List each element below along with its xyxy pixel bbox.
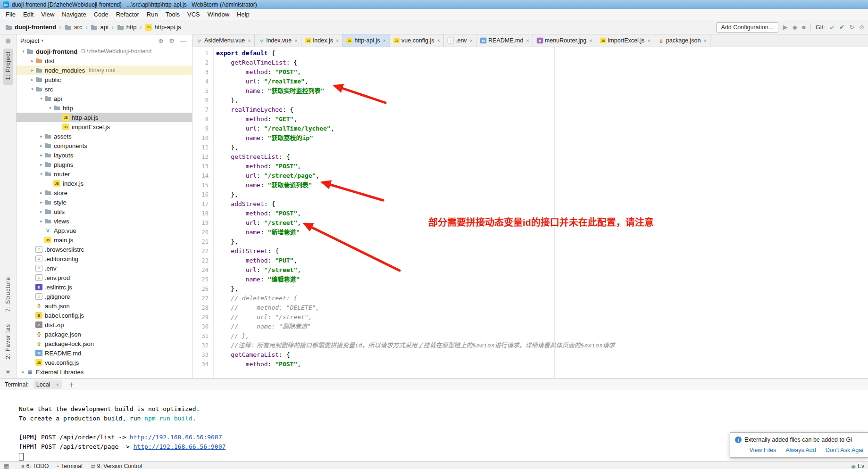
tree-item-env[interactable]: .env [17, 263, 192, 273]
project-panel-title[interactable]: Project [20, 37, 39, 44]
tree-item-plugins[interactable]: ▸plugins [17, 160, 192, 169]
menu-item-refactor[interactable]: Refactor [112, 10, 143, 19]
chevron-icon[interactable]: ▸ [38, 200, 44, 205]
chevron-icon[interactable]: ▾ [20, 49, 26, 54]
tree-item-vue-config-js[interactable]: vue.config.js [17, 358, 192, 367]
tab-package-json[interactable]: package.json× [654, 34, 710, 47]
tool-button-structure[interactable]: 7: Structure [3, 274, 13, 316]
tab-env[interactable]: .env× [444, 34, 476, 47]
tab-http-api-js[interactable]: http-api.js× [342, 34, 390, 47]
tab-vue-config-js[interactable]: vue.config.js× [390, 34, 444, 47]
tab-index-vue[interactable]: index.vue× [255, 34, 301, 47]
run-icon[interactable]: ▶ [783, 24, 788, 31]
menu-item-edit[interactable]: Edit [19, 10, 37, 19]
tree-item-src[interactable]: ▾src [17, 84, 192, 94]
git-commit-icon[interactable]: ✔ [839, 24, 844, 31]
tree-item-store[interactable]: ▸store [17, 188, 192, 197]
terminal-link[interactable]: http://192.168.66.56:9007 [134, 443, 226, 450]
breadcrumb-item-api[interactable]: api [89, 23, 109, 31]
menu-item-window[interactable]: Window [204, 10, 233, 19]
menu-item-view[interactable]: View [37, 10, 58, 19]
tree-item-gitignore[interactable]: .gitignore [17, 292, 192, 301]
tree-item-duoji-frontend[interactable]: ▾duoji-frontendD:\zheheWeb\duoji-fronten… [17, 47, 192, 56]
notification-action-always-add[interactable]: Always Add [785, 447, 816, 453]
chevron-icon[interactable]: ▾ [38, 96, 44, 101]
chevron-icon[interactable]: ▸ [29, 58, 35, 63]
close-icon[interactable]: × [56, 382, 59, 387]
tab-menurouter-jpg[interactable]: menuRouter.jpg× [533, 34, 596, 47]
terminal-tab-local[interactable]: Local × [33, 380, 62, 389]
new-terminal-icon[interactable]: ＋ [67, 380, 76, 389]
add-configuration-button[interactable]: Add Configuration... [716, 22, 779, 33]
tree-item-style[interactable]: ▸style [17, 197, 192, 207]
tab-asidemenu-vue[interactable]: AsideMenu.vue× [192, 34, 255, 47]
tree-item-index-js[interactable]: index.js [17, 179, 192, 188]
menu-item-code[interactable]: Code [90, 10, 112, 19]
close-icon[interactable]: × [703, 38, 706, 43]
menu-item-file[interactable]: File [2, 10, 19, 19]
code-editor[interactable]: 1export default {2 getRealTimeList: {3 m… [192, 47, 868, 378]
chevron-icon[interactable]: ▸ [20, 370, 26, 374]
terminal-link[interactable]: http://192.168.66.56:9007 [130, 434, 222, 441]
gear-icon[interactable]: ⚙ [167, 37, 176, 44]
breadcrumb-item-http-api-js[interactable]: http-api.js [143, 23, 182, 31]
tree-item-eslintrc-js[interactable]: .eslintrc.js [17, 282, 192, 292]
tab-readme-md[interactable]: README.md× [476, 34, 533, 47]
git-history-icon[interactable]: ⊘ [859, 24, 864, 31]
close-icon[interactable]: × [589, 38, 592, 43]
close-icon[interactable]: × [383, 38, 386, 43]
chevron-icon[interactable]: ▾ [29, 87, 35, 91]
tab-importexcel-js[interactable]: importExcel.js× [596, 34, 654, 47]
git-rollback-icon[interactable]: ↻ [849, 24, 854, 31]
tree-item-dist-zip[interactable]: dist.zip [17, 320, 192, 329]
tree-item-http[interactable]: ▾http [17, 103, 192, 113]
notification-action-view-files[interactable]: View Files [749, 447, 776, 453]
close-icon[interactable]: × [526, 38, 529, 43]
tree-item-readme-md[interactable]: README.md [17, 348, 192, 358]
star-icon[interactable]: ★ [6, 369, 11, 375]
chevron-icon[interactable]: ▾ [47, 106, 53, 110]
tree-item-dist[interactable]: ▸dist [17, 56, 192, 66]
close-icon[interactable]: × [336, 38, 339, 43]
close-icon[interactable]: × [294, 38, 297, 43]
tree-item-env-prod[interactable]: .env.prod [17, 273, 192, 282]
git-update-icon[interactable]: ↙ [829, 24, 835, 31]
tree-item-assets[interactable]: ▸assets [17, 132, 192, 141]
chevron-icon[interactable]: ▾ [38, 172, 44, 176]
tree-item-http-api-js[interactable]: http-api.js [17, 113, 192, 122]
close-icon[interactable]: × [248, 38, 250, 43]
breadcrumb-item-src[interactable]: src [63, 23, 83, 31]
tree-item-auth-json[interactable]: auth.json [17, 301, 192, 311]
chevron-icon[interactable]: ▸ [29, 77, 35, 82]
menu-item-tools[interactable]: Tools [162, 10, 184, 19]
menu-item-navigate[interactable]: Navigate [58, 10, 90, 19]
debug-icon[interactable]: ◆ [793, 24, 797, 31]
tree-item-node-modules[interactable]: ▸node_moduleslibrary root [17, 66, 192, 75]
tree-item-utils[interactable]: ▸utils [17, 207, 192, 216]
menu-item-help[interactable]: Help [233, 10, 253, 19]
tree-item-external-libraries[interactable]: ▸External Libraries [17, 367, 192, 377]
tree-item-babel-config-js[interactable]: babel.config.js [17, 311, 192, 320]
status-item-terminal[interactable]: ▪Terminal [57, 463, 82, 469]
chevron-icon[interactable]: ▸ [29, 68, 35, 73]
tree-item-public[interactable]: ▸public [17, 75, 192, 84]
hide-panel-icon[interactable]: — [178, 37, 188, 44]
notification-action-don-t-ask-agai[interactable]: Don't Ask Agai [826, 447, 863, 453]
tool-button-favorites[interactable]: 2: Favorites [3, 321, 13, 364]
tool-button-project[interactable]: 1: Project [3, 49, 13, 85]
locate-file-icon[interactable]: ⊕ [156, 37, 165, 44]
menu-item-run[interactable]: Run [143, 10, 162, 19]
tab-index-js[interactable]: index.js× [301, 34, 343, 47]
tree-item-views[interactable]: ▸views [17, 216, 192, 226]
tree-item-layouts[interactable]: ▸layouts [17, 150, 192, 160]
tree-item-app-vue[interactable]: App.vue [17, 226, 192, 235]
tree-item-api[interactable]: ▾api [17, 94, 192, 103]
chevron-icon[interactable]: ▸ [38, 209, 44, 214]
chevron-icon[interactable]: ▸ [38, 143, 44, 148]
status-item-9-version-control[interactable]: ⇄9: Version Control [91, 463, 142, 469]
chevron-icon[interactable]: ▸ [38, 162, 44, 167]
chevron-icon[interactable]: ▸ [38, 134, 44, 139]
chevron-icon[interactable]: ▸ [38, 190, 44, 195]
tree-item-editorconfig[interactable]: .editorconfig [17, 254, 192, 263]
tree-item-browserslistrc[interactable]: .browserslistrc [17, 245, 192, 254]
